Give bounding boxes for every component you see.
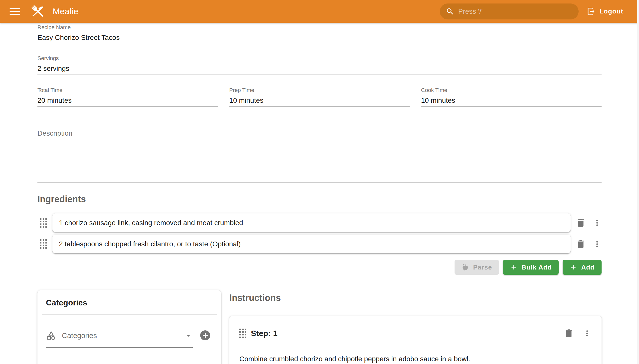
servings-label: Servings <box>38 55 601 62</box>
drag-handle-icon[interactable] <box>40 239 47 249</box>
cook-time-field[interactable]: Cook Time <box>421 87 601 107</box>
logout-label: Logout <box>599 8 623 15</box>
delete-step-button[interactable] <box>564 328 574 338</box>
ingredient-input-card <box>52 214 571 232</box>
categories-card: Categories Categories <box>38 290 221 364</box>
total-time-label: Total Time <box>38 87 218 94</box>
recipe-name-input[interactable] <box>38 34 601 42</box>
app-bar: Mealie Logout <box>0 0 639 23</box>
plus-icon <box>570 264 577 271</box>
ingredient-menu-button[interactable] <box>593 240 601 248</box>
instructions-heading: Instructions <box>229 293 601 303</box>
ingredient-menu-button[interactable] <box>593 218 601 228</box>
add-label: Add <box>581 264 594 271</box>
trash-icon <box>564 328 574 338</box>
prep-time-label: Prep Time <box>229 87 410 94</box>
drag-handle-icon[interactable] <box>40 218 47 228</box>
scrollbar-track[interactable] <box>637 0 639 364</box>
divider <box>42 314 217 315</box>
step-title: Step: 1 <box>251 329 278 338</box>
logout-button[interactable]: Logout <box>587 7 623 16</box>
app-title: Mealie <box>53 6 78 16</box>
bulk-add-button[interactable]: Bulk Add <box>503 260 559 275</box>
add-category-button[interactable] <box>199 329 211 341</box>
description-label: Description <box>38 130 601 137</box>
trash-icon <box>576 218 586 228</box>
prep-time-field[interactable]: Prep Time <box>229 87 410 107</box>
ingredient-input[interactable] <box>59 240 564 248</box>
cook-time-input[interactable] <box>421 96 601 104</box>
cook-time-label: Cook Time <box>421 87 601 94</box>
bottom-section: Categories Categories Instru <box>38 288 601 364</box>
kebab-menu-icon <box>593 218 601 228</box>
step-text[interactable]: Combine crumbled chorizo and chipotle pe… <box>239 354 592 364</box>
instruction-step-card: Step: 1 Combine crumbled chorizo and chi… <box>229 316 601 364</box>
servings-input[interactable] <box>38 64 601 72</box>
ingredient-input[interactable] <box>59 219 564 227</box>
search-input[interactable] <box>458 8 573 16</box>
categories-select-row: Categories <box>46 330 211 348</box>
hamburger-icon <box>8 5 22 18</box>
total-time-field[interactable]: Total Time <box>38 87 218 107</box>
categories-heading: Categories <box>46 298 213 308</box>
ingredient-row <box>38 214 601 232</box>
trash-icon <box>576 239 586 249</box>
shapes-icon <box>46 330 56 341</box>
add-button[interactable]: Add <box>563 260 601 275</box>
delete-ingredient-button[interactable] <box>576 239 586 249</box>
ingredient-row <box>38 234 601 253</box>
search-icon <box>446 7 454 16</box>
app-logo[interactable] <box>29 3 47 20</box>
chevron-down-icon[interactable] <box>184 331 193 340</box>
fork-knife-logo-icon <box>29 3 47 20</box>
description-field[interactable]: Description <box>38 130 601 183</box>
ingredient-actions: Parse Bulk Add Add <box>38 260 601 275</box>
prep-time-input[interactable] <box>229 96 410 104</box>
recipe-name-label: Recipe Name <box>38 24 601 31</box>
total-time-input[interactable] <box>38 96 218 104</box>
recipe-editor: Recipe Name Servings Total Time Prep Tim… <box>0 24 639 364</box>
recipe-name-field[interactable]: Recipe Name <box>38 24 601 44</box>
kebab-menu-icon <box>593 240 601 248</box>
search-bar[interactable] <box>440 4 579 20</box>
parse-label: Parse <box>473 264 492 271</box>
plus-circle-icon <box>199 329 211 341</box>
logout-icon <box>587 7 595 16</box>
kebab-menu-icon <box>583 329 592 338</box>
servings-field[interactable]: Servings <box>38 55 601 75</box>
categories-select-label: Categories <box>62 332 97 340</box>
step-menu-button[interactable] <box>583 329 592 338</box>
parse-button[interactable]: Parse <box>455 260 499 275</box>
plus-icon <box>510 264 517 271</box>
menu-button[interactable] <box>7 4 22 19</box>
drag-handle-icon[interactable] <box>239 328 246 338</box>
bulk-add-label: Bulk Add <box>521 264 552 271</box>
times-row: Total Time Prep Time Cook Time <box>38 87 601 107</box>
ingredients-heading: Ingredients <box>38 194 601 204</box>
delete-ingredient-button[interactable] <box>576 218 586 228</box>
categories-select[interactable]: Categories <box>46 330 193 348</box>
apple-icon <box>462 264 469 271</box>
ingredient-input-card <box>52 234 571 253</box>
instructions-section: Instructions Step: 1 <box>229 288 601 364</box>
ingredient-list <box>38 214 601 253</box>
step-header: Step: 1 <box>239 328 592 338</box>
